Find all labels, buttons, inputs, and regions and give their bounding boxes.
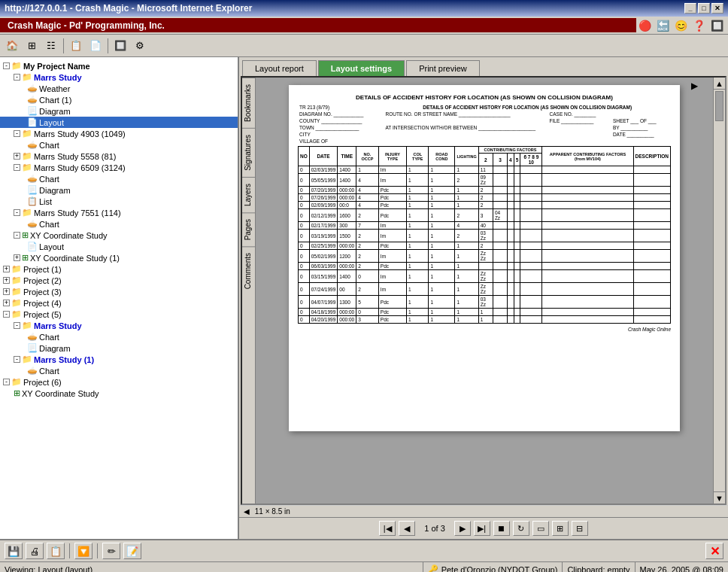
proj5-expander[interactable]: - xyxy=(3,311,10,318)
nav-view3[interactable]: ⊟ xyxy=(572,521,588,536)
document-view[interactable]: ▶ DETAILS OF ACCIDENT HISTORY FOR LOCATI… xyxy=(256,78,713,504)
nav-next[interactable]: ▶ xyxy=(454,521,471,536)
marrs5558-expander[interactable]: + xyxy=(14,153,20,160)
tree-root[interactable]: - 📁 My Project Name xyxy=(0,60,238,72)
tree-chart-7551[interactable]: 🥧 Chart xyxy=(0,218,238,230)
toolbar-icon-7[interactable]: ⚙ xyxy=(131,38,149,54)
tree-layout-1[interactable]: 📄 Layout xyxy=(0,117,238,128)
tree-p5-chart1[interactable]: 🥧 Chart xyxy=(0,365,238,376)
right-scrollbar[interactable]: ▲ ▼ xyxy=(713,78,725,504)
tree-list-6509[interactable]: 📋 List xyxy=(0,196,238,207)
bt-filter[interactable]: 🔽 xyxy=(74,543,93,559)
p5marrs1-expander[interactable]: - xyxy=(14,356,20,363)
tree-layout-xy[interactable]: 📄 Layout xyxy=(0,241,238,252)
toolbar-icon-3[interactable]: ☷ xyxy=(42,38,60,54)
tree-project-3[interactable]: + 📁 Project (3) xyxy=(0,286,238,297)
proj3-expander[interactable]: + xyxy=(3,288,10,295)
side-tab-pages[interactable]: Pages xyxy=(242,212,255,246)
minimize-button[interactable]: _ xyxy=(684,3,696,14)
tree-p6-xy[interactable]: ⊞ XY Coordinate Study xyxy=(0,388,238,399)
bt-edit1[interactable]: ✏ xyxy=(102,543,120,559)
bt-copy[interactable]: 📋 xyxy=(47,543,65,559)
bt-edit2[interactable]: 📝 xyxy=(123,543,141,559)
side-tab-layers[interactable]: Layers xyxy=(242,177,255,212)
tree-marrs-4903[interactable]: - 📁 Marrs Study 4903 (1049) xyxy=(0,128,238,139)
toolbar-icon-5[interactable]: 📄 xyxy=(86,38,105,54)
marrs-study-expander[interactable]: - xyxy=(14,74,20,81)
project-tree[interactable]: - 📁 My Project Name - 📁 Marrs Study 🥧 We… xyxy=(0,57,239,539)
tab-layout-report[interactable]: Layout report xyxy=(242,60,317,76)
icon-5[interactable]: 🔲 xyxy=(708,18,725,33)
tree-chart-4903[interactable]: 🥧 Chart xyxy=(0,139,238,151)
chart4903-icon: 🥧 xyxy=(27,140,38,150)
icon-4[interactable]: ❓ xyxy=(690,18,707,33)
nav-view1[interactable]: ▭ xyxy=(532,521,549,536)
proj6-expander[interactable]: - xyxy=(3,379,10,385)
marrs7551-expander[interactable]: - xyxy=(14,209,20,216)
side-tabs: Bookmarks Signatures Layers Pages Commen… xyxy=(242,78,256,504)
tree-p5-marrs[interactable]: - 📁 Marrs Study xyxy=(0,320,238,331)
scroll-down-btn[interactable]: ▼ xyxy=(714,491,725,504)
tab-print-preview[interactable]: Print preview xyxy=(406,60,480,76)
p5marrs-expander[interactable]: - xyxy=(14,322,20,329)
tree-marrs-study[interactable]: - 📁 Marrs Study xyxy=(0,72,238,83)
tree-project-2[interactable]: + 📁 Project (2) xyxy=(0,275,238,286)
nav-view2[interactable]: ⊞ xyxy=(552,521,569,536)
tree-xy-study-1[interactable]: + ⊞ XY Coordinate Study (1) xyxy=(0,252,238,263)
tree-chart-1[interactable]: 🥧 Chart (1) xyxy=(0,94,238,105)
tree-project-6[interactable]: - 📁 Project (6) xyxy=(0,376,238,388)
proj1-expander[interactable]: + xyxy=(3,266,10,272)
status-datetime: May 26, 2005 @ 08:09 xyxy=(635,562,728,572)
scroll-track[interactable] xyxy=(714,90,725,491)
toolbar-icon-2[interactable]: ⊞ xyxy=(23,38,41,54)
tree-diagram-6509[interactable]: 📃 Diagram xyxy=(0,184,238,196)
bt-close[interactable]: ✕ xyxy=(705,543,723,559)
scroll-thumb[interactable] xyxy=(715,91,723,121)
side-tab-bookmarks[interactable]: Bookmarks xyxy=(242,78,255,128)
marrs4903-expander[interactable]: - xyxy=(14,130,20,137)
icon-1[interactable]: 🔴 xyxy=(636,18,653,33)
marrs6509-expander[interactable]: - xyxy=(14,164,20,171)
tree-p5-marrs1[interactable]: - 📁 Marrs Study (1) xyxy=(0,354,238,365)
tree-project-4[interactable]: + 📁 Project (4) xyxy=(0,297,238,309)
side-tab-comments[interactable]: Comments xyxy=(242,246,255,295)
tree-marrs-6509[interactable]: - 📁 Marrs Study 6509 (3124) xyxy=(0,162,238,173)
nav-prev[interactable]: ◀ xyxy=(399,521,415,536)
tree-xy-study[interactable]: - ⊞ XY Coordinate Study xyxy=(0,230,238,241)
data-row-2: 005/05/199914004Im11209 Zz xyxy=(299,174,671,187)
root-expander[interactable]: - xyxy=(3,62,10,69)
xy-expander[interactable]: - xyxy=(14,232,20,239)
tree-chart-6509[interactable]: 🥧 Chart xyxy=(0,173,238,184)
icon-2[interactable]: 🔙 xyxy=(654,18,671,33)
proj4-expander[interactable]: + xyxy=(3,300,10,306)
tree-marrs-5558[interactable]: + 📁 Marrs Study 5558 (81) xyxy=(0,151,238,162)
tree-project-5[interactable]: - 📁 Project (5) xyxy=(0,309,238,320)
tree-marrs-7551[interactable]: - 📁 Marrs Study 7551 (114) xyxy=(0,207,238,218)
side-tab-signatures[interactable]: Signatures xyxy=(242,128,255,177)
close-button[interactable]: ✕ xyxy=(711,3,723,14)
tab-layout-settings[interactable]: Layout settings xyxy=(318,60,405,76)
nav-refresh[interactable]: ↻ xyxy=(513,521,529,536)
toolbar-icon-6[interactable]: 🔲 xyxy=(111,38,129,54)
xy1-expander[interactable]: + xyxy=(14,254,20,261)
tree-weather[interactable]: 🥧 Weather xyxy=(0,83,238,94)
proj2-expander[interactable]: + xyxy=(3,277,10,284)
title-bar-buttons[interactable]: _ □ ✕ xyxy=(684,3,723,14)
doc-date-field: DATE __________ xyxy=(611,131,671,138)
nav-stop[interactable]: ⏹ xyxy=(493,521,510,536)
maximize-button[interactable]: □ xyxy=(698,3,710,14)
scroll-right-arrow[interactable]: ▶ xyxy=(691,81,698,91)
bt-print[interactable]: 🖨 xyxy=(26,543,44,559)
toolbar-icon-4[interactable]: 📋 xyxy=(67,38,85,54)
bt-save[interactable]: 💾 xyxy=(5,543,23,559)
tree-p5-diagram[interactable]: 📃 Diagram xyxy=(0,342,238,354)
nav-first[interactable]: |◀ xyxy=(379,521,396,536)
tree-p5-chart[interactable]: 🥧 Chart xyxy=(0,331,238,342)
tree-diagram-1[interactable]: 📃 Diagram xyxy=(0,105,238,117)
nav-last[interactable]: ▶| xyxy=(474,521,490,536)
icon-3[interactable]: 😊 xyxy=(672,18,689,33)
dim-left-arrow[interactable]: ◀ xyxy=(244,507,250,516)
tree-project-1[interactable]: + 📁 Project (1) xyxy=(0,263,238,275)
scroll-up-btn[interactable]: ▲ xyxy=(714,78,725,90)
toolbar-icon-1[interactable]: 🏠 xyxy=(3,38,21,54)
